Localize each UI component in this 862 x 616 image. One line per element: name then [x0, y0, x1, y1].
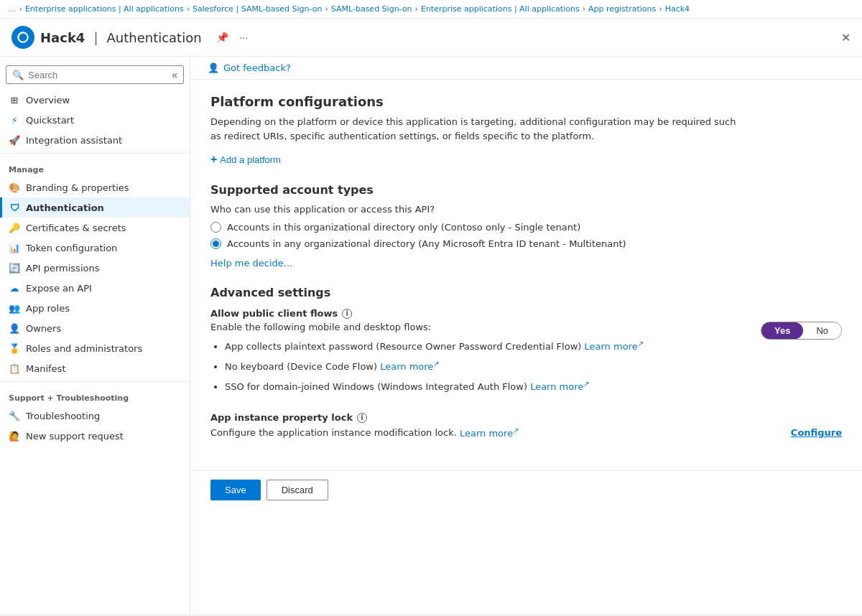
- sidebar-item-label: Integration assistant: [26, 135, 122, 146]
- radio-single-input[interactable]: [210, 222, 221, 233]
- brush-icon: 🎨: [9, 182, 20, 193]
- sidebar-item-roles-admin[interactable]: 🏅 Roles and administrators: [0, 338, 190, 358]
- lightning-icon: ⚡: [9, 114, 20, 126]
- collapse-button[interactable]: «: [172, 69, 177, 80]
- sidebar-item-label: API permissions: [26, 263, 99, 274]
- external-icon-2: ↗: [433, 360, 439, 368]
- app-instance-lock-label: App instance property lock i: [210, 412, 842, 423]
- platform-configurations-desc: Depending on the platform or device this…: [210, 115, 742, 143]
- lock-row: Configure the application instance modif…: [210, 426, 842, 438]
- sidebar-item-manifest[interactable]: 📋 Manifest: [0, 358, 190, 378]
- person-support-icon: 🙋: [9, 430, 20, 442]
- plus-icon: +: [210, 153, 217, 166]
- header-icons: 📌 ···: [213, 30, 251, 45]
- sidebar-item-integration[interactable]: 🚀 Integration assistant: [0, 130, 190, 150]
- bullet-item-3: SSO for domain-joined Windows (Windows I…: [225, 378, 644, 394]
- help-decide-link[interactable]: Help me decide...: [210, 258, 292, 269]
- sidebar-item-label: New support request: [26, 431, 124, 442]
- key-icon: 🔑: [9, 222, 20, 233]
- sidebar-item-label: Quickstart: [26, 115, 74, 126]
- sidebar-item-label: Authentication: [26, 202, 104, 213]
- wrench-icon: 🔧: [9, 410, 20, 421]
- sidebar-item-certificates[interactable]: 🔑 Certificates & secrets: [0, 218, 190, 238]
- search-input[interactable]: [28, 70, 167, 80]
- app-name: Hack4: [40, 30, 85, 45]
- sidebar-item-branding[interactable]: 🎨 Branding & properties: [0, 177, 190, 197]
- feedback-label: Got feedback?: [223, 62, 291, 73]
- breadcrumb: ... › Enterprise applications | All appl…: [0, 0, 862, 19]
- breadcrumb-dots[interactable]: ...: [9, 4, 17, 14]
- add-platform-button[interactable]: + Add a platform: [210, 153, 281, 166]
- platform-configurations-title: Platform configurations: [210, 94, 842, 109]
- sidebar-item-label: Troubleshooting: [26, 411, 100, 421]
- header-separator: |: [93, 30, 98, 45]
- breadcrumb-item-1[interactable]: Enterprise applications | All applicatio…: [25, 4, 184, 14]
- sidebar-item-app-roles[interactable]: 👥 App roles: [0, 298, 190, 318]
- manage-section-label: Manage: [0, 157, 190, 177]
- public-flows-list: App collects plaintext password (Resourc…: [210, 338, 644, 393]
- bullet-item-1: App collects plaintext password (Resourc…: [225, 338, 644, 354]
- sidebar-item-new-support[interactable]: 🙋 New support request: [0, 426, 190, 446]
- pin-button[interactable]: 📌: [213, 30, 231, 45]
- lock-external-icon: ↗: [513, 426, 519, 434]
- cloud-icon: ☁️: [9, 282, 20, 294]
- lock-info-icon[interactable]: i: [357, 413, 367, 423]
- account-types-question: Who can use this application or access t…: [210, 204, 842, 215]
- people-icon: 👥: [9, 302, 20, 314]
- configure-link[interactable]: Configure: [791, 427, 842, 438]
- external-icon-1: ↗: [638, 340, 644, 347]
- sidebar-item-api-permissions[interactable]: 🔄 API permissions: [0, 258, 190, 278]
- sidebar-item-quickstart[interactable]: ⚡ Quickstart: [0, 110, 190, 130]
- learn-more-link-2[interactable]: Learn more↗: [380, 361, 440, 372]
- person-icon: 👤: [9, 322, 20, 334]
- public-flows-info-icon[interactable]: i: [342, 309, 352, 319]
- radio-single-tenant[interactable]: Accounts in this organizational director…: [210, 222, 842, 233]
- close-button[interactable]: ✕: [841, 31, 851, 45]
- content-area: Platform configurations Depending on the…: [190, 80, 862, 470]
- save-button[interactable]: Save: [210, 480, 261, 500]
- radio-multi-input[interactable]: [210, 238, 221, 249]
- breadcrumb-item-5[interactable]: App registrations: [588, 4, 656, 14]
- learn-more-link-3[interactable]: Learn more↗: [530, 381, 590, 392]
- more-button[interactable]: ···: [237, 30, 251, 45]
- bullet-item-2: No keyboard (Device Code Flow) Learn mor…: [225, 358, 644, 374]
- sidebar-item-expose-api[interactable]: ☁️ Expose an API: [0, 278, 190, 298]
- sidebar-item-authentication[interactable]: 🛡 Authentication: [0, 197, 190, 218]
- toggle-no-button[interactable]: No: [803, 322, 841, 339]
- search-box: 🔍 «: [6, 65, 184, 84]
- radio-multi-label: Accounts in any organizational directory…: [227, 238, 626, 249]
- main-layout: 🔍 « ⊞ Overview ⚡ Quickstart 🚀 Integratio…: [0, 57, 862, 614]
- learn-more-link-1[interactable]: Learn more↗: [585, 341, 644, 352]
- public-flows-setting: Allow public client flows i Enable the f…: [210, 308, 842, 398]
- sidebar-item-overview[interactable]: ⊞ Overview: [0, 90, 190, 110]
- breadcrumb-item-2[interactable]: Salesforce | SAML-based Sign-on: [193, 4, 322, 14]
- external-icon-3: ↗: [583, 380, 589, 388]
- list-icon: 📋: [9, 363, 20, 374]
- account-types-title: Supported account types: [210, 183, 842, 197]
- lock-learn-more-link[interactable]: Learn more↗: [460, 428, 519, 439]
- lock-desc: Configure the application instance modif…: [210, 426, 785, 438]
- rocket-icon: 🚀: [9, 134, 20, 146]
- breadcrumb-item-4[interactable]: Enterprise applications | All applicatio…: [421, 4, 580, 14]
- footer: Save Discard: [190, 470, 862, 509]
- support-section-label: Support + Troubleshooting: [0, 385, 190, 406]
- app-logo: [11, 26, 34, 49]
- breadcrumb-item-3[interactable]: SAML-based Sign-on: [331, 4, 412, 14]
- account-types-section: Supported account types Who can use this…: [210, 183, 842, 269]
- sidebar-item-label: Owners: [26, 323, 61, 334]
- sidebar-item-label: Roles and administrators: [26, 343, 142, 354]
- search-icon: 🔍: [12, 70, 24, 80]
- sidebar-item-troubleshooting[interactable]: 🔧 Troubleshooting: [0, 406, 190, 426]
- radio-multi-tenant[interactable]: Accounts in any organizational directory…: [210, 238, 842, 249]
- toggle-yes-button[interactable]: Yes: [761, 322, 803, 339]
- sidebar-item-token[interactable]: 📊 Token configuration: [0, 238, 190, 258]
- discard-button[interactable]: Discard: [267, 480, 328, 500]
- api-icon: 🔄: [9, 262, 20, 274]
- feedback-bar[interactable]: 👤 Got feedback?: [190, 57, 862, 80]
- account-types-radio-group: Accounts in this organizational director…: [210, 222, 842, 249]
- sidebar-divider-1: [0, 153, 190, 154]
- sidebar-item-owners[interactable]: 👤 Owners: [0, 318, 190, 338]
- radio-single-label: Accounts in this organizational director…: [227, 222, 580, 233]
- sidebar-divider-2: [0, 381, 190, 382]
- breadcrumb-item-6[interactable]: Hack4: [665, 4, 690, 14]
